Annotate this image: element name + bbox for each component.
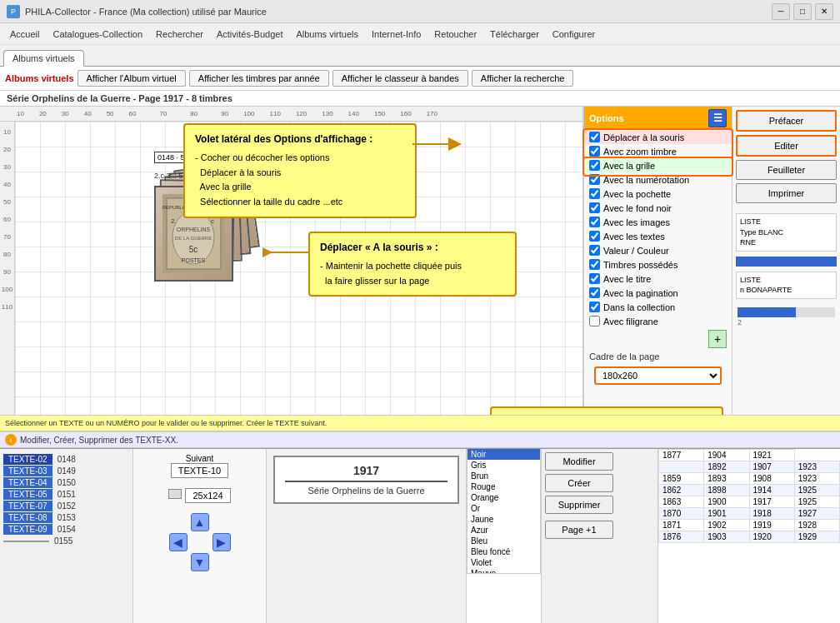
texte-badge-last[interactable]	[3, 541, 49, 542]
color-brun[interactable]: Brun	[468, 471, 540, 481]
cadre-label: Cadre de la page	[584, 350, 732, 363]
texte-badge-05[interactable]: TEXTE-05	[3, 489, 52, 500]
arrow-left-btn[interactable]: ◀	[169, 533, 188, 551]
option-filigrane: Avec filigrane	[584, 314, 732, 328]
color-bleu-fonce[interactable]: Bleu foncé	[468, 546, 540, 557]
option-timbres-posses-check[interactable]	[589, 259, 600, 270]
texte-badge-04[interactable]: TEXTE-04	[3, 477, 52, 488]
suivant-value: TEXTE-10	[171, 463, 228, 478]
arrow-down-btn[interactable]: ▼	[191, 553, 209, 571]
option-valeur-check[interactable]	[589, 245, 600, 256]
texte-val-07: 0152	[54, 501, 79, 511]
page-plus-button[interactable]: Page +1	[545, 521, 613, 539]
options-menu-btn[interactable]: ☰	[708, 109, 727, 127]
color-jaune[interactable]: Jaune	[468, 514, 540, 525]
right-panel: Préfacer Editer Feuilleter Imprimer LIST…	[732, 107, 840, 415]
cadre-select[interactable]: 180x260	[594, 366, 722, 385]
texte-row-02: TEXTE-02 0148	[3, 454, 129, 465]
add-option-btn[interactable]: +	[708, 330, 727, 348]
texte-row-09: TEXTE-09 0154	[3, 524, 129, 535]
preview-series: Série Orphelins de la Guerre	[285, 486, 448, 496]
option-textes: Avec les textes	[584, 229, 732, 243]
option-fond-noir-check[interactable]	[589, 202, 600, 213]
menu-configurer[interactable]: Configurer	[546, 27, 602, 42]
afficher-album-btn[interactable]: Afficher l'Album virtuel	[78, 70, 186, 87]
info-line-4: LISTE	[740, 275, 832, 286]
texte-val-02: 0148	[54, 454, 79, 465]
texte-badge-03[interactable]: TEXTE-03	[3, 466, 52, 476]
options-header: Options ☰	[584, 107, 732, 130]
texte-badge-02[interactable]: TEXTE-02	[3, 454, 52, 465]
option-images-check[interactable]	[589, 217, 600, 227]
option-numerotation-check[interactable]	[589, 174, 600, 185]
arrow-row-top: ▲	[191, 513, 209, 531]
arrow-row-mid: ◀ ▶	[169, 533, 231, 551]
texte-val-08: 0153	[54, 512, 79, 523]
color-azur[interactable]: Azur	[468, 525, 540, 536]
color-bleu[interactable]: Bleu	[468, 536, 540, 546]
option-pochette-check[interactable]	[589, 188, 600, 199]
menu-telecharger[interactable]: Télécharger	[483, 27, 546, 42]
callout-mouse: Déplacer « A la souris » : - Maintenir l…	[308, 232, 517, 297]
texte-val-last: 0155	[51, 536, 76, 546]
arrow-to-stamp	[262, 240, 311, 265]
option-titre-check[interactable]	[589, 273, 600, 284]
menu-rechercher[interactable]: Rechercher	[149, 27, 210, 42]
option-textes-check[interactable]	[589, 231, 600, 242]
option-zoom-check[interactable]	[589, 146, 600, 157]
color-gris[interactable]: Gris	[468, 460, 540, 471]
option-collection: Dans la collection	[584, 300, 732, 314]
status-msg-2: Modifier, Créer, Supprimer des TEXTE-XX.	[20, 436, 178, 445]
menu-retoucher[interactable]: Retoucher	[428, 27, 483, 42]
ruler-horizontal: 10 20 30 40 50 60 70 80 90 100 110 120 1…	[0, 107, 582, 122]
color-rouge[interactable]: Rouge	[468, 481, 540, 492]
canvas-area: 10 20 30 40 50 60 70 80 90 100 110 120 1…	[0, 107, 583, 415]
option-collection-check[interactable]	[589, 302, 600, 312]
option-filigrane-check[interactable]	[589, 316, 600, 326]
menu-accueil[interactable]: Accueil	[3, 27, 46, 42]
supprimer-button[interactable]: Supprimer	[545, 496, 613, 514]
feuilleter-button[interactable]: Feuilleter	[736, 160, 837, 180]
preview-divider	[285, 481, 448, 482]
arrow-to-options	[412, 132, 467, 157]
color-noir[interactable]: Noir	[468, 449, 540, 460]
options-panel: Options ☰ Déplacer à la souris Avec zoom…	[583, 107, 732, 415]
editer-button[interactable]: Editer	[736, 135, 837, 157]
color-mauve[interactable]: Mauve	[468, 568, 540, 574]
color-or[interactable]: Or	[468, 503, 540, 514]
tab-albums-virtuels[interactable]: Albums virtuels	[3, 50, 84, 67]
table-row: 1871 1902 1919 1928	[659, 520, 840, 531]
color-orange[interactable]: Orange	[468, 492, 540, 503]
tab-bar: Albums virtuels	[0, 45, 840, 67]
arrow-up-btn[interactable]: ▲	[191, 513, 209, 531]
menu-albums[interactable]: Albums virtuels	[289, 27, 365, 42]
option-pagination-check[interactable]	[589, 287, 600, 298]
texte-badge-07[interactable]: TEXTE-07	[3, 501, 52, 511]
maximize-button[interactable]: □	[793, 3, 812, 20]
creer-button[interactable]: Créer	[545, 474, 613, 492]
menu-internet[interactable]: Internet-Info	[365, 27, 428, 42]
callout-options: Volet latéral des Options d'affichage : …	[183, 123, 417, 218]
callout-editer-container: Bouton « Editer » : - Pour afficher le m…	[490, 406, 723, 415]
texte-badge-09[interactable]: TEXTE-09	[3, 524, 52, 535]
imprimer-button[interactable]: Imprimer	[736, 183, 837, 203]
afficher-timbres-btn[interactable]: Afficher les timbres par année	[189, 70, 329, 87]
minimize-button[interactable]: ─	[772, 3, 790, 20]
table-row: 1870 1901 1918 1927	[659, 508, 840, 520]
afficher-recherche-btn[interactable]: Afficher la recherche	[472, 70, 574, 87]
arrow-right-btn[interactable]: ▶	[212, 533, 231, 551]
form-timing: 10 sec	[617, 449, 658, 623]
arrow-row-bot: ▼	[191, 553, 209, 571]
color-violet[interactable]: Violet	[468, 557, 540, 568]
option-grille-check[interactable]	[589, 160, 600, 171]
menu-activites[interactable]: Activités-Budget	[210, 27, 289, 42]
menu-catalogues[interactable]: Catalogues-Collection	[46, 27, 149, 42]
close-button[interactable]: ✕	[815, 3, 833, 20]
modifier-button[interactable]: Modifier	[545, 452, 613, 471]
texte-badge-08[interactable]: TEXTE-08	[3, 512, 52, 523]
option-deplacer-check[interactable]	[589, 132, 600, 142]
afficher-classeur-btn[interactable]: Afficher le classeur à bandes	[332, 70, 468, 87]
progress-fill	[738, 307, 796, 317]
prefacer-button[interactable]: Préfacer	[736, 110, 837, 132]
table-row: 1863 1900 1917 1925	[659, 496, 840, 508]
